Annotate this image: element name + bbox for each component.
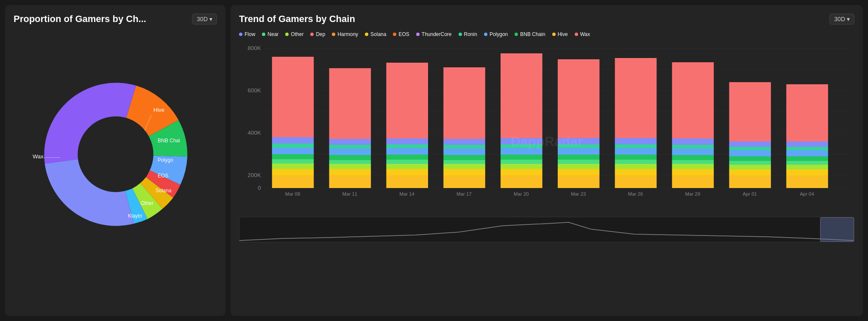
legend-label: Polygon bbox=[490, 31, 508, 37]
svg-rect-51 bbox=[443, 145, 485, 149]
svg-rect-67 bbox=[558, 164, 600, 169]
svg-rect-69 bbox=[558, 155, 600, 160]
bar-mar20[interactable]: Mar 20 bbox=[501, 53, 542, 196]
svg-rect-78 bbox=[615, 160, 657, 164]
legend-label: Wax bbox=[580, 31, 590, 37]
bar-mar26[interactable]: Mar 26 bbox=[615, 58, 657, 196]
chart-minimap[interactable] bbox=[239, 217, 854, 242]
minimap-handle[interactable] bbox=[820, 217, 854, 242]
svg-text:Mar 23: Mar 23 bbox=[571, 191, 586, 196]
svg-rect-100 bbox=[729, 150, 771, 156]
bar-mar17[interactable]: Mar 17 bbox=[443, 67, 485, 196]
svg-rect-108 bbox=[786, 161, 828, 165]
legend-label: ThunderCore bbox=[422, 31, 452, 37]
svg-text:400K: 400K bbox=[248, 130, 261, 136]
legend-item-hive: Hive bbox=[552, 31, 568, 37]
svg-rect-59 bbox=[501, 155, 542, 160]
svg-text:Mar 14: Mar 14 bbox=[399, 191, 414, 196]
svg-rect-98 bbox=[729, 161, 771, 165]
svg-rect-52 bbox=[443, 139, 485, 145]
svg-rect-103 bbox=[729, 82, 771, 141]
svg-rect-91 bbox=[672, 145, 714, 149]
svg-rect-80 bbox=[615, 148, 657, 155]
svg-rect-26 bbox=[329, 169, 371, 175]
svg-rect-46 bbox=[443, 169, 485, 175]
svg-rect-81 bbox=[615, 144, 657, 148]
chart-legend: FlowNearOtherDepHarmonySolanaEOSThunderC… bbox=[239, 31, 854, 37]
svg-rect-65 bbox=[558, 175, 600, 188]
label-bnb: BNB Chai bbox=[158, 138, 180, 144]
svg-rect-30 bbox=[329, 149, 371, 155]
svg-text:Mar 11: Mar 11 bbox=[342, 191, 357, 196]
bar-mar08[interactable]: Mar 08 bbox=[272, 57, 314, 196]
bar-chart-svg: 800K 600K 400K 200K 0 Mar 08 bbox=[239, 44, 854, 213]
bar-apr04[interactable]: Apr 04 bbox=[786, 84, 828, 196]
bar-apr01[interactable]: Apr 01 bbox=[729, 82, 771, 196]
right-time-label: 30D bbox=[834, 16, 845, 22]
svg-rect-90 bbox=[672, 149, 714, 155]
svg-rect-40 bbox=[386, 148, 428, 155]
legend-item-solana: Solana bbox=[365, 31, 386, 37]
svg-text:800K: 800K bbox=[248, 45, 261, 51]
svg-rect-111 bbox=[786, 147, 828, 150]
legend-dot bbox=[484, 33, 487, 36]
svg-rect-88 bbox=[672, 160, 714, 164]
svg-rect-53 bbox=[443, 67, 485, 139]
svg-rect-95 bbox=[729, 175, 771, 188]
legend-dot bbox=[262, 33, 265, 36]
svg-rect-77 bbox=[615, 164, 657, 169]
svg-rect-72 bbox=[558, 138, 600, 144]
label-solana: Solana bbox=[156, 188, 172, 194]
svg-text:Mar 20: Mar 20 bbox=[514, 191, 529, 196]
svg-rect-39 bbox=[386, 155, 428, 160]
legend-dot bbox=[332, 33, 335, 36]
legend-item-other: Other bbox=[285, 31, 303, 37]
svg-rect-105 bbox=[786, 175, 828, 188]
minimap-svg bbox=[239, 217, 854, 242]
label-wax: Wax bbox=[33, 153, 44, 160]
label-hive: Hive bbox=[153, 107, 164, 113]
bar-mar29[interactable]: Mar 29 bbox=[672, 62, 714, 196]
right-time-selector[interactable]: 30D ▾ bbox=[829, 14, 854, 25]
legend-item-wax: Wax bbox=[575, 31, 590, 37]
svg-rect-15 bbox=[272, 175, 314, 188]
legend-label: Ronin bbox=[464, 31, 477, 37]
legend-item-bnb-chain: BNB Chain bbox=[515, 31, 545, 37]
svg-rect-102 bbox=[729, 141, 771, 147]
legend-label: Dep bbox=[316, 31, 325, 37]
bar-mar14[interactable]: Mar 14 bbox=[386, 63, 428, 196]
bar-mar11[interactable]: Mar 11 bbox=[329, 68, 371, 196]
svg-rect-70 bbox=[558, 148, 600, 155]
svg-text:0: 0 bbox=[258, 185, 261, 191]
svg-rect-49 bbox=[443, 155, 485, 160]
svg-rect-23 bbox=[272, 57, 314, 137]
svg-rect-71 bbox=[558, 144, 600, 148]
legend-label: Other bbox=[291, 31, 303, 37]
legend-dot bbox=[515, 33, 518, 36]
right-chevron-icon: ▾ bbox=[847, 16, 850, 22]
svg-rect-48 bbox=[443, 160, 485, 164]
svg-rect-57 bbox=[501, 164, 542, 169]
svg-rect-55 bbox=[501, 175, 542, 188]
svg-rect-101 bbox=[729, 147, 771, 150]
legend-label: Flow bbox=[245, 31, 255, 37]
right-header: Trend of Gamers by Chain 30D ▾ bbox=[239, 14, 854, 25]
svg-rect-33 bbox=[329, 68, 371, 139]
legend-item-polygon: Polygon bbox=[484, 31, 508, 37]
bar-mar23[interactable]: Mar 23 bbox=[558, 59, 600, 196]
svg-rect-45 bbox=[443, 175, 485, 188]
svg-rect-82 bbox=[615, 138, 657, 144]
left-time-selector[interactable]: 30D ▾ bbox=[192, 14, 217, 25]
donut-chart: Wax Hive BNB Chai Polygo EOS Solana Othe… bbox=[22, 61, 209, 247]
left-title: Proportion of Gamers by Ch... bbox=[14, 14, 146, 25]
legend-label: EOS bbox=[398, 31, 409, 37]
svg-rect-97 bbox=[729, 165, 771, 169]
svg-rect-73 bbox=[558, 59, 600, 138]
svg-rect-79 bbox=[615, 155, 657, 160]
svg-rect-75 bbox=[615, 175, 657, 188]
svg-text:Mar 17: Mar 17 bbox=[456, 191, 471, 196]
legend-item-flow: Flow bbox=[239, 31, 255, 37]
svg-rect-99 bbox=[729, 156, 771, 161]
svg-rect-36 bbox=[386, 169, 428, 175]
svg-rect-47 bbox=[443, 164, 485, 169]
